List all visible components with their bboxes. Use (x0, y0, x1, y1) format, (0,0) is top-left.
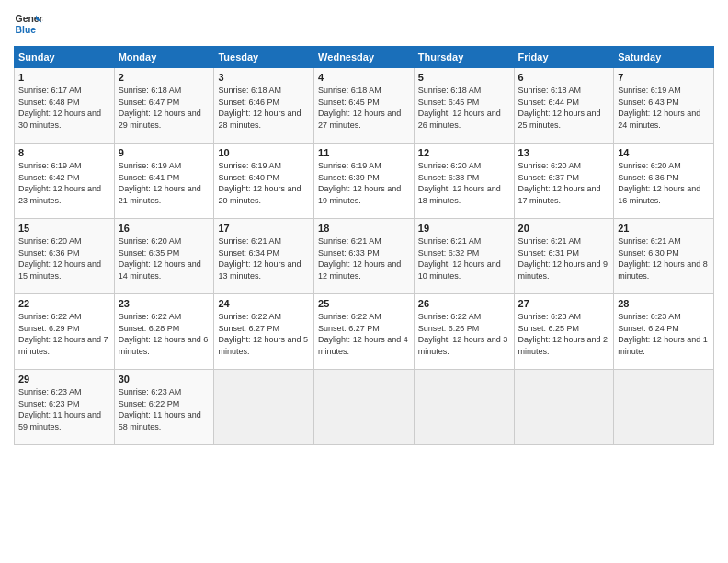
day-info: Sunrise: 6:21 AMSunset: 6:30 PMDaylight:… (618, 236, 708, 281)
day-cell: 27 Sunrise: 6:23 AMSunset: 6:25 PMDaylig… (514, 294, 614, 370)
day-cell: 30 Sunrise: 6:23 AMSunset: 6:22 PMDaylig… (114, 370, 214, 445)
day-info: Sunrise: 6:19 AMSunset: 6:39 PMDaylight:… (318, 161, 401, 205)
svg-text:Blue: Blue (16, 25, 37, 35)
weekday-header-sunday: Sunday (15, 47, 115, 68)
day-cell (614, 370, 714, 445)
day-number: 28 (618, 298, 710, 309)
day-info: Sunrise: 6:22 AMSunset: 6:27 PMDaylight:… (318, 312, 408, 356)
day-number: 6 (518, 72, 610, 83)
day-number: 23 (119, 298, 210, 309)
day-number: 7 (618, 72, 710, 83)
day-cell: 17 Sunrise: 6:21 AMSunset: 6:34 PMDaylig… (214, 219, 314, 294)
day-number: 16 (119, 223, 210, 234)
day-number: 20 (518, 223, 610, 234)
day-number: 9 (119, 147, 210, 158)
day-number: 4 (318, 72, 410, 83)
weekday-header-tuesday: Tuesday (214, 47, 314, 68)
day-cell: 6 Sunrise: 6:18 AMSunset: 6:44 PMDayligh… (514, 68, 614, 144)
day-number: 14 (618, 147, 710, 158)
day-number: 30 (119, 373, 210, 385)
day-info: Sunrise: 6:21 AMSunset: 6:34 PMDaylight:… (218, 236, 301, 281)
day-number: 17 (218, 223, 310, 234)
day-info: Sunrise: 6:21 AMSunset: 6:32 PMDaylight:… (418, 236, 501, 281)
day-cell (214, 370, 314, 445)
day-number: 2 (119, 72, 210, 83)
day-cell: 4 Sunrise: 6:18 AMSunset: 6:45 PMDayligh… (314, 68, 415, 144)
day-info: Sunrise: 6:22 AMSunset: 6:28 PMDaylight:… (119, 312, 209, 356)
day-cell: 14 Sunrise: 6:20 AMSunset: 6:36 PMDaylig… (614, 144, 714, 219)
day-number: 29 (18, 373, 110, 385)
weekday-header-thursday: Thursday (414, 47, 514, 68)
weekday-header-friday: Friday (514, 47, 614, 68)
day-cell: 7 Sunrise: 6:19 AMSunset: 6:43 PMDayligh… (614, 68, 714, 144)
day-number: 8 (18, 147, 110, 158)
day-info: Sunrise: 6:20 AMSunset: 6:35 PMDaylight:… (119, 236, 201, 281)
week-row-5: 29 Sunrise: 6:23 AMSunset: 6:23 PMDaylig… (15, 370, 714, 445)
day-info: Sunrise: 6:20 AMSunset: 6:36 PMDaylight:… (618, 161, 700, 205)
day-info: Sunrise: 6:17 AMSunset: 6:48 PMDaylight:… (18, 86, 101, 130)
calendar-table: SundayMondayTuesdayWednesdayThursdayFrid… (14, 46, 714, 445)
day-info: Sunrise: 6:19 AMSunset: 6:40 PMDaylight:… (218, 161, 301, 205)
day-cell: 16 Sunrise: 6:20 AMSunset: 6:35 PMDaylig… (114, 219, 214, 294)
day-cell: 20 Sunrise: 6:21 AMSunset: 6:31 PMDaylig… (514, 219, 614, 294)
day-cell: 3 Sunrise: 6:18 AMSunset: 6:46 PMDayligh… (214, 68, 314, 144)
weekday-header-saturday: Saturday (614, 47, 714, 68)
day-cell (414, 370, 514, 445)
day-cell: 2 Sunrise: 6:18 AMSunset: 6:47 PMDayligh… (114, 68, 214, 144)
day-info: Sunrise: 6:20 AMSunset: 6:38 PMDaylight:… (418, 161, 501, 205)
day-number: 3 (218, 72, 310, 83)
day-cell: 11 Sunrise: 6:19 AMSunset: 6:39 PMDaylig… (314, 144, 415, 219)
day-info: Sunrise: 6:18 AMSunset: 6:45 PMDaylight:… (418, 86, 501, 130)
week-row-1: 1 Sunrise: 6:17 AMSunset: 6:48 PMDayligh… (15, 68, 714, 144)
day-info: Sunrise: 6:20 AMSunset: 6:36 PMDaylight:… (18, 236, 101, 281)
weekday-header-wednesday: Wednesday (314, 47, 415, 68)
weekday-header-row: SundayMondayTuesdayWednesdayThursdayFrid… (15, 47, 714, 68)
day-number: 27 (518, 298, 610, 309)
day-info: Sunrise: 6:22 AMSunset: 6:29 PMDaylight:… (18, 312, 108, 356)
day-cell: 24 Sunrise: 6:22 AMSunset: 6:27 PMDaylig… (214, 294, 314, 370)
day-number: 12 (418, 147, 510, 158)
day-info: Sunrise: 6:19 AMSunset: 6:43 PMDaylight:… (618, 86, 700, 130)
day-number: 19 (418, 223, 510, 234)
day-number: 5 (418, 72, 510, 83)
day-cell: 5 Sunrise: 6:18 AMSunset: 6:45 PMDayligh… (414, 68, 514, 144)
day-info: Sunrise: 6:18 AMSunset: 6:45 PMDaylight:… (318, 86, 401, 130)
week-row-2: 8 Sunrise: 6:19 AMSunset: 6:42 PMDayligh… (15, 144, 714, 219)
day-cell (514, 370, 614, 445)
day-info: Sunrise: 6:20 AMSunset: 6:37 PMDaylight:… (518, 161, 601, 205)
day-info: Sunrise: 6:18 AMSunset: 6:44 PMDaylight:… (518, 86, 601, 130)
day-cell: 15 Sunrise: 6:20 AMSunset: 6:36 PMDaylig… (15, 219, 115, 294)
day-number: 21 (618, 223, 710, 234)
day-cell: 25 Sunrise: 6:22 AMSunset: 6:27 PMDaylig… (314, 294, 415, 370)
day-number: 15 (18, 223, 110, 234)
header: General Blue (14, 9, 714, 39)
week-row-4: 22 Sunrise: 6:22 AMSunset: 6:29 PMDaylig… (15, 294, 714, 370)
day-info: Sunrise: 6:23 AMSunset: 6:24 PMDaylight:… (618, 312, 708, 356)
day-info: Sunrise: 6:21 AMSunset: 6:31 PMDaylight:… (518, 236, 609, 281)
day-cell: 10 Sunrise: 6:19 AMSunset: 6:40 PMDaylig… (214, 144, 314, 219)
day-number: 24 (218, 298, 310, 309)
day-info: Sunrise: 6:21 AMSunset: 6:33 PMDaylight:… (318, 236, 401, 281)
day-number: 13 (518, 147, 610, 158)
day-cell: 23 Sunrise: 6:22 AMSunset: 6:28 PMDaylig… (114, 294, 214, 370)
day-number: 25 (318, 298, 410, 309)
day-info: Sunrise: 6:22 AMSunset: 6:26 PMDaylight:… (418, 312, 508, 356)
day-info: Sunrise: 6:19 AMSunset: 6:41 PMDaylight:… (119, 161, 201, 205)
day-cell (314, 370, 415, 445)
page: General Blue SundayMondayTuesdayWednesda… (0, 0, 728, 563)
logo: General Blue (14, 9, 43, 39)
day-number: 11 (318, 147, 410, 158)
day-cell: 19 Sunrise: 6:21 AMSunset: 6:32 PMDaylig… (414, 219, 514, 294)
day-number: 22 (18, 298, 110, 309)
day-cell: 9 Sunrise: 6:19 AMSunset: 6:41 PMDayligh… (114, 144, 214, 219)
day-cell: 29 Sunrise: 6:23 AMSunset: 6:23 PMDaylig… (15, 370, 115, 445)
week-row-3: 15 Sunrise: 6:20 AMSunset: 6:36 PMDaylig… (15, 219, 714, 294)
day-cell: 18 Sunrise: 6:21 AMSunset: 6:33 PMDaylig… (314, 219, 415, 294)
day-cell: 22 Sunrise: 6:22 AMSunset: 6:29 PMDaylig… (15, 294, 115, 370)
day-cell: 1 Sunrise: 6:17 AMSunset: 6:48 PMDayligh… (15, 68, 115, 144)
day-info: Sunrise: 6:23 AMSunset: 6:22 PMDaylight:… (119, 387, 201, 431)
day-info: Sunrise: 6:22 AMSunset: 6:27 PMDaylight:… (218, 312, 308, 356)
day-cell: 21 Sunrise: 6:21 AMSunset: 6:30 PMDaylig… (614, 219, 714, 294)
day-info: Sunrise: 6:18 AMSunset: 6:46 PMDaylight:… (218, 86, 301, 130)
day-info: Sunrise: 6:23 AMSunset: 6:23 PMDaylight:… (18, 387, 101, 431)
